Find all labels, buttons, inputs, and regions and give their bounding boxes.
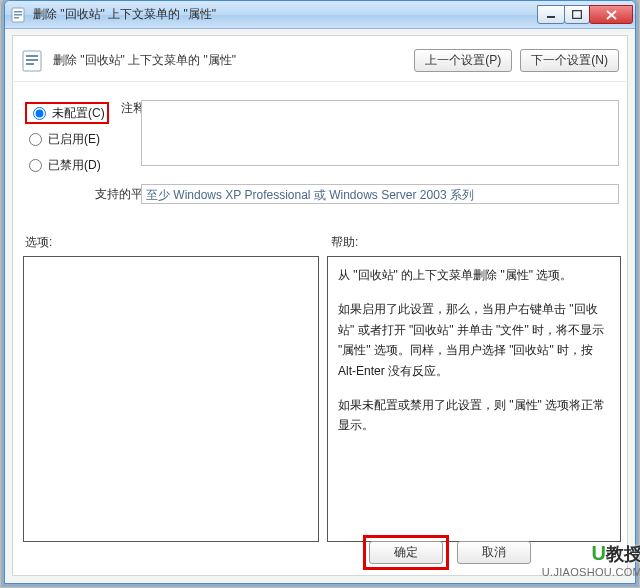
options-label: 选项: bbox=[25, 234, 52, 251]
radio-disabled[interactable] bbox=[29, 159, 42, 172]
close-button[interactable] bbox=[589, 5, 633, 24]
next-setting-button[interactable]: 下一个设置(N) bbox=[520, 49, 619, 72]
titlebar: 删除 "回收站" 上下文菜单的 "属性" bbox=[5, 1, 635, 29]
svg-rect-1 bbox=[14, 11, 22, 13]
previous-setting-button[interactable]: 上一个设置(P) bbox=[414, 49, 512, 72]
cancel-button[interactable]: 取消 bbox=[457, 541, 531, 564]
radio-enabled[interactable] bbox=[29, 133, 42, 146]
policy-icon bbox=[11, 7, 27, 23]
radio-disabled-label: 已禁用(D) bbox=[48, 157, 101, 174]
help-panel: 从 "回收站" 的上下文菜单删除 "属性" 选项。 如果启用了此设置，那么，当用… bbox=[327, 256, 621, 542]
policy-icon bbox=[21, 49, 45, 73]
window-title: 删除 "回收站" 上下文菜单的 "属性" bbox=[33, 6, 538, 23]
minimize-button[interactable] bbox=[537, 5, 565, 24]
svg-rect-5 bbox=[573, 11, 582, 19]
radio-enabled-label: 已启用(E) bbox=[48, 131, 100, 148]
maximize-button[interactable] bbox=[564, 5, 590, 24]
header-buttons: 上一个设置(P) 下一个设置(N) bbox=[414, 49, 619, 72]
svg-rect-9 bbox=[26, 63, 34, 65]
highlight-box: 未配置(C) bbox=[25, 102, 109, 124]
highlight-box: 确定 bbox=[363, 535, 449, 570]
svg-rect-4 bbox=[547, 16, 555, 18]
svg-rect-8 bbox=[26, 59, 38, 61]
comment-textarea[interactable] bbox=[141, 100, 619, 166]
help-paragraph: 从 "回收站" 的上下文菜单删除 "属性" 选项。 bbox=[338, 265, 610, 285]
help-label: 帮助: bbox=[331, 234, 358, 251]
svg-rect-3 bbox=[14, 17, 19, 19]
radio-not-configured[interactable] bbox=[33, 107, 46, 120]
svg-rect-7 bbox=[26, 55, 38, 57]
dialog-buttons: 确定 取消 应用(A) bbox=[13, 537, 627, 567]
dialog-content: 删除 "回收站" 上下文菜单的 "属性" 上一个设置(P) 下一个设置(N) 未… bbox=[12, 35, 628, 576]
dialog-window: 删除 "回收站" 上下文菜单的 "属性" 删除 "回收站" 上下文菜单的 "属性… bbox=[4, 0, 636, 584]
window-controls bbox=[538, 5, 633, 24]
svg-rect-2 bbox=[14, 14, 22, 16]
ok-button[interactable]: 确定 bbox=[369, 541, 443, 564]
radio-not-configured-label: 未配置(C) bbox=[52, 105, 105, 122]
help-paragraph: 如果启用了此设置，那么，当用户右键单击 "回收站" 或者打开 "回收站" 并单击… bbox=[338, 299, 610, 381]
options-panel bbox=[23, 256, 319, 542]
supported-on-value: 至少 Windows XP Professional 或 Windows Ser… bbox=[141, 184, 619, 204]
help-paragraph: 如果未配置或禁用了此设置，则 "属性" 选项将正常显示。 bbox=[338, 395, 610, 436]
header-row: 删除 "回收站" 上下文菜单的 "属性" 上一个设置(P) 下一个设置(N) bbox=[13, 36, 627, 82]
header-title: 删除 "回收站" 上下文菜单的 "属性" bbox=[53, 52, 414, 69]
